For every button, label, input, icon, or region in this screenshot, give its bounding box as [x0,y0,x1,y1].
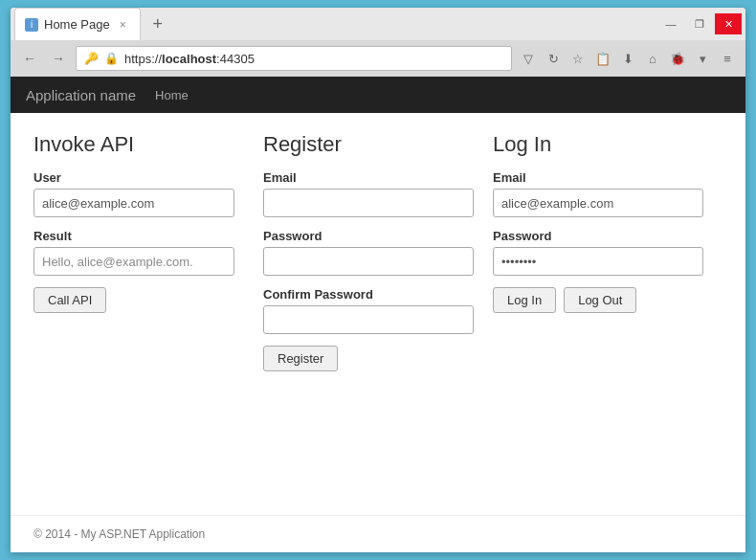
invoke-api-title: Invoke API [33,132,244,157]
address-text: https://localhost:44305 [124,52,503,66]
menu-icon[interactable]: ≡ [717,48,738,69]
user-input[interactable] [33,189,234,217]
call-api-button[interactable]: Call API [33,287,106,313]
footer: © 2014 - My ASP.NET Application [11,515,745,552]
address-field[interactable]: 🔑 🔒 https://localhost:44305 [76,46,512,71]
nav-home-link[interactable]: Home [155,88,189,102]
back-button[interactable]: ← [18,47,41,70]
register-email-group: Email [263,170,474,217]
register-title: Register [263,132,474,157]
user-field-group: User [33,170,244,217]
login-email-input[interactable] [493,189,703,217]
star-icon[interactable]: ☆ [567,48,589,69]
login-password-group: Password [493,229,703,276]
login-email-label: Email [493,170,703,185]
register-email-label: Email [263,170,474,185]
clipboard-icon[interactable]: 📋 [592,48,613,69]
close-button[interactable]: ✕ [715,13,742,34]
login-section: Log In Email Password Log In Log Out [493,132,723,371]
register-password-group: Password [263,229,474,276]
register-confirm-label: Confirm Password [263,287,474,302]
window-controls: — ❐ ✕ [657,13,745,34]
tab-title: Home Page [44,17,110,32]
app-navbar: Application name Home [11,77,745,113]
address-prefix: https:// [124,52,162,66]
login-password-label: Password [493,229,703,243]
logout-button[interactable]: Log Out [564,287,636,313]
register-confirm-input[interactable] [263,305,474,334]
page-content: Invoke API User Result Call API Register… [11,113,745,515]
new-tab-button[interactable]: + [145,11,171,37]
address-port: :44305 [216,52,255,66]
register-button[interactable]: Register [263,346,338,371]
user-label: User [33,170,244,185]
register-password-input[interactable] [263,247,474,276]
forward-button[interactable]: → [47,47,70,70]
address-bar: ← → 🔑 🔒 https://localhost:44305 ▽ ↻ ☆ 📋 … [11,40,745,77]
login-email-group: Email [493,170,703,217]
dropdown-icon[interactable]: ▽ [518,48,539,69]
restore-button[interactable]: ❐ [686,13,713,34]
login-title: Log In [493,132,703,157]
register-email-input[interactable] [263,189,474,217]
register-section: Register Email Password Confirm Password… [263,132,493,371]
login-button[interactable]: Log In [493,287,556,313]
app-name: Application name [26,87,136,103]
ssl-icon: 🔒 [104,52,119,65]
refresh-button[interactable]: ↻ [543,48,564,69]
home-icon[interactable]: ⌂ [642,48,663,69]
result-input[interactable] [33,247,234,276]
tab-icon: i [25,18,38,32]
tab-close-button[interactable]: × [116,16,130,34]
address-host: localhost [162,52,216,66]
address-buttons: ▽ ↻ ☆ 📋 ⬇ ⌂ 🐞 ▾ ≡ [518,48,738,69]
tab-strip: i Home Page × + [11,8,657,40]
footer-text: © 2014 - My ASP.NET Application [33,527,205,541]
download-icon[interactable]: ⬇ [617,48,638,69]
result-label: Result [33,229,244,243]
title-bar: i Home Page × + — ❐ ✕ [11,8,745,40]
minimize-button[interactable]: — [657,13,684,34]
bug-icon[interactable]: 🐞 [667,48,688,69]
sections: Invoke API User Result Call API Register… [33,132,723,371]
result-field-group: Result [33,229,244,276]
more-icon[interactable]: ▾ [692,48,713,69]
register-password-label: Password [263,229,474,243]
lock-icon: 🔑 [84,52,99,65]
register-confirm-group: Confirm Password [263,287,474,334]
browser-tab[interactable]: i Home Page × [14,8,141,40]
login-buttons: Log In Log Out [493,287,703,313]
invoke-api-section: Invoke API User Result Call API [33,132,263,371]
login-password-input[interactable] [493,247,703,276]
